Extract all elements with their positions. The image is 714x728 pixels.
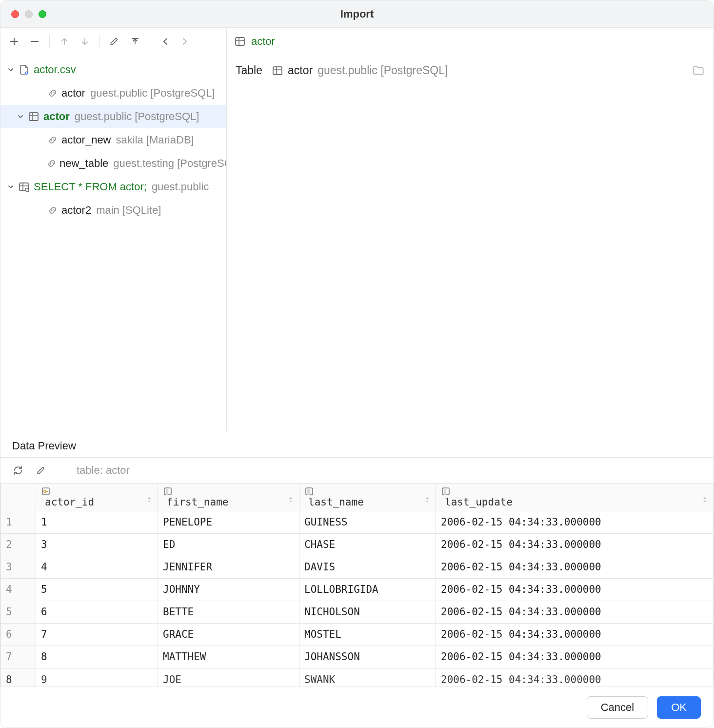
table-icon [235,36,245,47]
cell[interactable]: PENELOPE [158,511,299,533]
cell[interactable]: 2006-02-15 04:34:33.000000 [436,623,714,646]
tree-item-sub: guest.public [PostgreSQL] [75,110,199,123]
tree-item[interactable]: actor2main [SQLite] [0,199,226,222]
cell[interactable]: ED [158,533,299,556]
chevron-down-icon[interactable] [14,113,27,121]
move-down-button[interactable] [76,33,94,50]
tree-item[interactable]: actorguest.public [PostgreSQL] [0,105,226,128]
cell[interactable]: BETTE [158,601,299,623]
primary-key-icon [41,486,153,496]
cell[interactable]: 7 [36,623,158,646]
table-row[interactable]: 89JOESWANK2006-02-15 04:34:33.000000 [1,668,714,687]
link-icon [47,205,59,215]
forward-button[interactable] [177,33,194,50]
chevron-down-icon[interactable] [4,183,17,191]
export-button[interactable] [126,33,144,50]
cell[interactable]: 2006-02-15 04:34:33.000000 [436,533,714,556]
table-row[interactable]: 23EDCHASE2006-02-15 04:34:33.000000 [1,533,714,556]
cell[interactable]: 2006-02-15 04:34:33.000000 [436,601,714,623]
tree-item[interactable]: actor.csv [0,58,226,81]
cell[interactable]: JOHNNY [158,578,299,601]
cell[interactable]: 3 [36,533,158,556]
row-number: 3 [1,556,36,578]
cell[interactable]: 2006-02-15 04:34:33.000000 [436,646,714,668]
tree-item[interactable]: SELECT * FROM actor;guest.public [0,175,226,199]
column-name: first_name [167,496,228,508]
table-row[interactable]: 56BETTENICHOLSON2006-02-15 04:34:33.0000… [1,601,714,623]
column-icon [163,486,294,496]
browse-folder-button[interactable] [692,64,705,77]
tree-item-sub: guest.public [152,181,209,193]
tree-item-label: actor [43,110,70,123]
svg-rect-11 [307,488,310,495]
cell[interactable]: JOHANSSON [299,646,436,668]
cell[interactable]: MATTHEW [158,646,299,668]
add-button[interactable] [5,33,23,50]
cell[interactable]: 2006-02-15 04:34:33.000000 [436,556,714,578]
data-preview-grid[interactable]: actor_idfirst_namelast_namelast_update 1… [0,483,714,687]
table-row[interactable]: 78MATTHEWJOHANSSON2006-02-15 04:34:33.00… [1,646,714,668]
cell[interactable]: NICHOLSON [299,601,436,623]
folder-icon [692,64,705,77]
target-table-name: actor [288,64,313,77]
cell[interactable]: GUINESS [299,511,436,533]
cell[interactable]: DAVIS [299,556,436,578]
cell[interactable]: SWANK [299,668,436,687]
table-row[interactable]: 34JENNIFERDAVIS2006-02-15 04:34:33.00000… [1,556,714,578]
edit-preview-button[interactable] [34,463,49,478]
tree-item-label: SELECT * FROM actor; [34,181,147,193]
cell[interactable]: GRACE [158,623,299,646]
tree-item[interactable]: actor_newsakila [MariaDB] [0,128,226,152]
tab-actor[interactable]: actor [251,35,275,48]
upload-icon [130,37,140,46]
cell[interactable]: LOLLOBRIGIDA [299,578,436,601]
cell[interactable]: 1 [36,511,158,533]
link-icon [47,135,59,145]
cancel-button[interactable]: Cancel [587,696,648,719]
table-row[interactable]: 67GRACEMOSTEL2006-02-15 04:34:33.000000 [1,623,714,646]
cell[interactable]: 2006-02-15 04:34:33.000000 [436,511,714,533]
tree-item-label: new_table [60,157,108,170]
cell[interactable]: CHASE [299,533,436,556]
titlebar: Import [0,0,714,28]
query-icon [17,182,31,192]
cell[interactable]: 8 [36,646,158,668]
move-up-button[interactable] [56,33,73,50]
tree-item[interactable]: actorguest.public [PostgreSQL] [0,81,226,105]
pencil-icon [37,465,46,475]
row-number: 5 [1,601,36,623]
cell[interactable]: 4 [36,556,158,578]
cell[interactable]: 9 [36,668,158,687]
refresh-button[interactable] [10,463,26,478]
cell[interactable]: MOSTEL [299,623,436,646]
cell[interactable]: 5 [36,578,158,601]
table-row[interactable]: 45JOHNNYLOLLOBRIGIDA2006-02-15 04:34:33.… [1,578,714,601]
cell[interactable]: JENNIFER [158,556,299,578]
svg-rect-4 [236,38,244,45]
column-header[interactable]: last_name [299,483,436,511]
sort-icon[interactable] [424,496,431,503]
sort-icon[interactable] [287,496,294,503]
tree-item[interactable]: new_tableguest.testing [PostgreSQL] [0,152,226,175]
remove-button[interactable] [26,33,43,50]
column-header[interactable]: last_update [436,483,714,511]
cell[interactable]: JOE [158,668,299,687]
sort-icon[interactable] [701,496,708,503]
ok-button[interactable]: OK [657,696,701,719]
table-row[interactable]: 11PENELOPEGUINESS2006-02-15 04:34:33.000… [1,511,714,533]
row-number: 7 [1,646,36,668]
separator [150,35,150,48]
cell[interactable]: 6 [36,601,158,623]
source-tree[interactable]: actor.csvactorguest.public [PostgreSQL]a… [0,55,226,431]
edit-button[interactable] [106,33,123,50]
sort-icon[interactable] [146,496,153,503]
chevron-down-icon[interactable] [4,66,17,74]
cell[interactable]: 2006-02-15 04:34:33.000000 [436,578,714,601]
column-name: last_update [445,496,513,508]
column-header[interactable]: first_name [158,483,299,511]
tree-toolbar [0,28,226,55]
back-button[interactable] [156,33,174,50]
svg-point-3 [25,188,28,191]
column-header[interactable]: actor_id [36,483,158,511]
cell[interactable]: 2006-02-15 04:34:33.000000 [436,668,714,687]
